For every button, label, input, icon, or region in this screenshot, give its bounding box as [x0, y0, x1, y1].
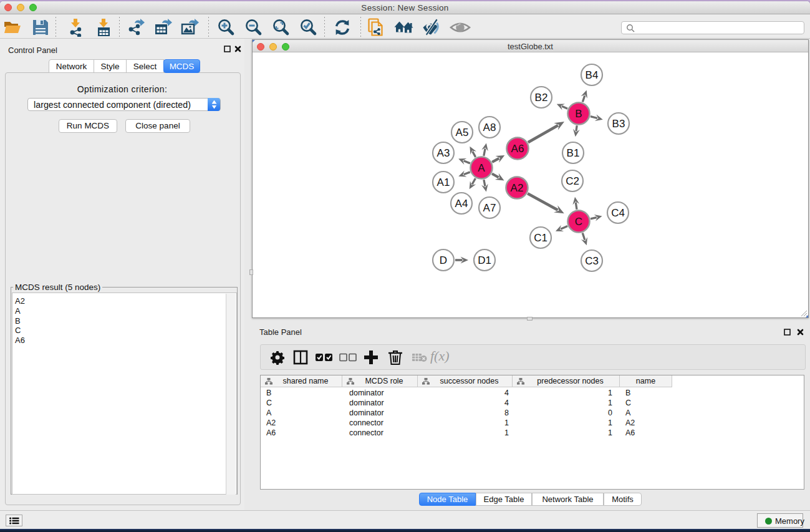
svg-text:C2: C2: [566, 175, 579, 187]
svg-text:B3: B3: [612, 118, 625, 130]
svg-text:A5: A5: [456, 127, 469, 138]
svg-text:A7: A7: [483, 202, 496, 214]
svg-text:A8: A8: [483, 122, 496, 133]
svg-text:C4: C4: [611, 207, 625, 219]
svg-text:C1: C1: [534, 232, 547, 244]
svg-text:D1: D1: [478, 254, 491, 266]
svg-text:A3: A3: [437, 147, 450, 159]
svg-text:A: A: [478, 162, 485, 174]
svg-text:C: C: [575, 216, 582, 228]
svg-text:A6: A6: [511, 143, 524, 155]
svg-text:B2: B2: [535, 92, 548, 104]
svg-text:B4: B4: [586, 69, 599, 81]
svg-text:A1: A1: [437, 177, 450, 188]
svg-text:B1: B1: [567, 147, 580, 159]
svg-text:C3: C3: [585, 255, 599, 267]
svg-text:D: D: [440, 254, 447, 266]
svg-text:B: B: [575, 108, 582, 120]
svg-text:A2: A2: [511, 182, 524, 194]
svg-text:A4: A4: [455, 198, 468, 210]
